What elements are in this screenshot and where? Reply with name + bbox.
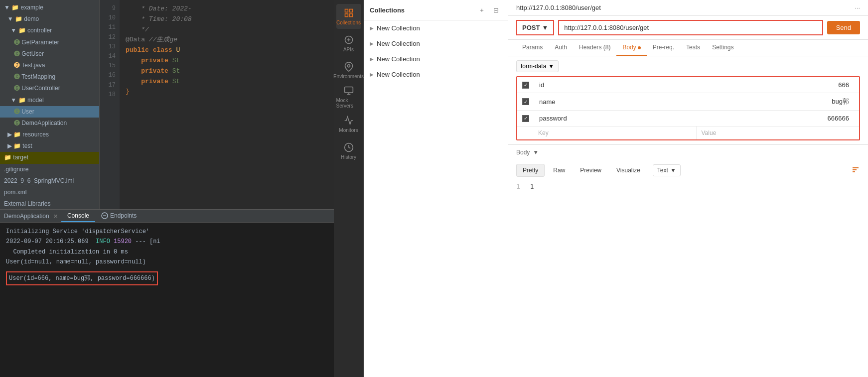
postman-wrapper: Collections APIs Environments Mock Serve… (334, 0, 868, 377)
resp-tab-visualize[interactable]: Visualize (610, 164, 647, 177)
tab-headers[interactable]: Headers (8) (573, 40, 616, 56)
body-type-select[interactable]: form-data ▼ (516, 60, 559, 72)
tree-item-getuser[interactable]: 🅒 GetUser (0, 48, 99, 60)
tree-item-springmvc-iml[interactable]: 2022_9_6_SpringMVC.iml (0, 175, 99, 187)
collection-item-3[interactable]: ▶ New Collection (364, 67, 508, 82)
resp-tab-preview[interactable]: Preview (574, 164, 608, 177)
tree-item-example[interactable]: ▼ 📁 example (0, 2, 99, 13)
tree-item-model[interactable]: ▼ 📁 model (0, 95, 99, 106)
code-line-14: private St (126, 56, 328, 66)
checkbox-name[interactable]: ✓ (522, 98, 529, 105)
form-placeholder-key: Key (533, 126, 697, 139)
tree-item-controller[interactable]: ▼ 📁 controller (0, 25, 99, 36)
response-tabs: Pretty Raw Preview Visualize Text ▼ (508, 160, 868, 181)
tree-item-resources[interactable]: ▶ 📁 resources (0, 129, 99, 140)
svg-rect-4 (349, 13, 352, 16)
mock-servers-label: Mock Servers (336, 98, 361, 109)
request-panel: http://127.0.0.1:8080/user/get ··· POST … (508, 0, 868, 377)
sidebar-item-apis[interactable]: APIs (336, 31, 361, 56)
console-result-highlight: User(id=666, name=bug郭, password=666666) (6, 271, 158, 285)
text-format-select[interactable]: Text ▼ (653, 164, 681, 176)
tree-item-testmapping[interactable]: 🅒 TestMapping (0, 71, 99, 83)
environments-icon (344, 62, 354, 72)
resp-tab-pretty[interactable]: Pretty (516, 164, 545, 177)
form-check-password[interactable]: ✓ (517, 111, 534, 126)
svg-point-6 (347, 64, 350, 67)
resp-action-btn[interactable] (851, 165, 860, 176)
tree-item-demoapplication[interactable]: 🅒 DemoApplication (0, 118, 99, 129)
response-body: 1 1 (508, 181, 868, 192)
form-row-id: ✓ id 666 (517, 77, 859, 93)
tab-endpoints[interactable]: Endpoints (95, 210, 143, 222)
line-numbers: 9 10 11 12 13 14 15 16 17 18 (100, 0, 120, 209)
text-format-label: Text (657, 167, 668, 174)
collection-item-1[interactable]: ▶ New Collection (364, 36, 508, 51)
tree-item-demo[interactable]: ▼ 📁 demo (0, 13, 99, 25)
ide-main: ▼ 📁 example ▼ 📁 demo ▼ 📁 controller 🅒 Ge… (0, 0, 334, 209)
request-tabs: Params Auth Headers (8) Body Pre-req. Te… (508, 40, 868, 56)
endpoints-icon (101, 212, 108, 219)
collection-item-0[interactable]: ▶ New Collection (364, 20, 508, 36)
tree-item-pomxml[interactable]: pom.xml (0, 187, 99, 198)
code-line-9: * Date: 2022- (126, 4, 328, 14)
send-button[interactable]: Send (827, 21, 860, 34)
tree-item-getparameter[interactable]: 🅒 GetParameter (0, 37, 99, 48)
dots-menu[interactable]: ··· (855, 4, 860, 11)
tab-settings[interactable]: Settings (706, 40, 739, 56)
tab-auth[interactable]: Auth (549, 40, 573, 56)
tree-item-test[interactable]: ▶ 📁 test (0, 140, 99, 152)
tree-item-gitignore[interactable]: .gitignore (0, 164, 99, 175)
sidebar-item-mock-servers[interactable]: Mock Servers (336, 85, 361, 110)
console-tabs: DemoApplication ✕ Console Endpoints (0, 210, 334, 223)
checkbox-password[interactable]: ✓ (522, 115, 529, 122)
collections-label: Collections (336, 20, 361, 25)
apis-icon (344, 35, 354, 45)
tree-item-target[interactable]: 📁 target (0, 152, 99, 163)
collection-item-2[interactable]: ▶ New Collection (364, 51, 508, 67)
sidebar-item-history[interactable]: History (336, 138, 361, 163)
tab-body[interactable]: Body (616, 40, 646, 56)
url-input[interactable] (558, 20, 823, 35)
collections-panel: Collections + ⊟ ▶ New Collection ▶ New C… (364, 0, 508, 377)
code-line-12: @Data //生成ge (126, 35, 328, 45)
response-label[interactable]: Body ▼ (516, 149, 860, 156)
code-line-16: private St (126, 77, 328, 87)
tab-console[interactable]: Console (61, 210, 95, 222)
code-editor: 9 10 11 12 13 14 15 16 17 18 * Date: 202… (100, 0, 334, 209)
console-app-title: DemoApplication (4, 213, 49, 220)
history-label: History (341, 154, 356, 160)
tree-item-usercontroller[interactable]: 🅒 UserController (0, 83, 99, 94)
tree-item-testjava[interactable]: 🅙 Test.java (0, 60, 99, 71)
tab-prereq[interactable]: Pre-req. (647, 40, 680, 56)
console-panel: DemoApplication ✕ Console Endpoints Init… (0, 209, 334, 377)
checkbox-id[interactable]: ✓ (522, 82, 529, 89)
response-content: 1 (530, 183, 534, 190)
method-select[interactable]: POST ▼ (516, 20, 554, 35)
collection-label-1: New Collection (377, 40, 420, 47)
monitors-icon (344, 116, 354, 126)
monitors-label: Monitors (339, 127, 358, 133)
collection-label-0: New Collection (377, 24, 420, 32)
add-collection-btn[interactable]: + (476, 4, 488, 16)
code-line-18 (126, 97, 328, 108)
console-line-2: 2022-09-07 20:16:25.069 INFO 15920 --- [… (6, 237, 328, 247)
apis-label: APIs (343, 47, 354, 52)
form-check-id[interactable]: ✓ (517, 78, 534, 93)
sidebar-item-collections[interactable]: Collections (336, 4, 361, 29)
collections-icon (344, 8, 354, 18)
request-url-display: http://127.0.0.1:8080/user/get (516, 4, 601, 11)
form-check-name[interactable]: ✓ (517, 94, 534, 109)
tree-item-user[interactable]: 🅒 User (0, 106, 99, 118)
svg-rect-3 (345, 13, 348, 16)
filter-collections-btn[interactable]: ⊟ (490, 4, 502, 16)
sidebar-item-environments[interactable]: Environments (336, 58, 361, 83)
form-placeholder-row: Key Value (517, 126, 859, 139)
tree-item-external-libs[interactable]: External Libraries (0, 198, 99, 209)
code-content: * Date: 2022- * Time: 20:08 */ @Data //生… (120, 0, 334, 209)
postman-sidebar: Collections APIs Environments Mock Serve… (334, 0, 364, 377)
resp-tab-raw[interactable]: Raw (547, 164, 572, 177)
body-type-chevron-icon: ▼ (548, 63, 554, 70)
tab-params[interactable]: Params (516, 40, 549, 56)
sidebar-item-monitors[interactable]: Monitors (336, 112, 361, 136)
tab-tests[interactable]: Tests (680, 40, 706, 56)
